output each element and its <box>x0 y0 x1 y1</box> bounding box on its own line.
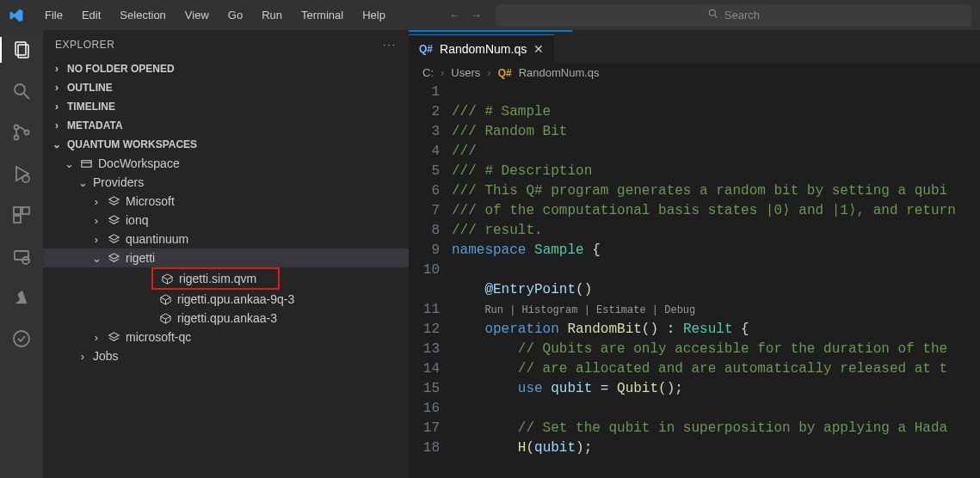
target-rigetti-ankaa-9q3[interactable]: rigetti.qpu.ankaa-9q-3 <box>43 290 409 309</box>
workspace-icon <box>79 156 93 170</box>
search-placeholder: Search <box>724 9 760 21</box>
tab-bar: Q# RandomNum.qs ✕ <box>409 30 980 63</box>
search-activity-icon[interactable] <box>10 80 33 102</box>
search-icon <box>707 8 719 22</box>
provider-microsoft-qc[interactable]: › microsoft-qc <box>43 328 409 346</box>
svg-point-16 <box>14 331 29 346</box>
target-label: rigetti.qpu.ankaa-9q-3 <box>177 292 294 306</box>
section-outline[interactable]: ›OUTLINE <box>43 78 409 97</box>
qsharp-icon: Q# <box>498 67 512 79</box>
svg-rect-11 <box>14 207 21 214</box>
providers-node[interactable]: ⌄ Providers <box>43 173 409 192</box>
sidebar: EXPLORER ··· ›NO FOLDER OPENED ›OUTLINE … <box>43 30 409 478</box>
providers-label: Providers <box>93 175 144 189</box>
chevron-right-icon: › <box>91 195 102 208</box>
breadcrumb-separator-icon: › <box>441 66 444 79</box>
section-timeline[interactable]: ›TIMELINE <box>43 97 409 116</box>
line-numbers: 1 2 3 4 5 6 7 8 9 10 11 12 13 14 15 16 1… <box>409 83 452 478</box>
chevron-right-icon: › <box>91 331 102 344</box>
svg-point-15 <box>22 257 29 264</box>
menu-go[interactable]: Go <box>221 5 250 25</box>
remote-icon[interactable] <box>10 245 33 267</box>
jobs-node[interactable]: › Jobs <box>43 346 409 365</box>
provider-label: rigetti <box>126 251 155 265</box>
svg-marker-19 <box>108 196 118 201</box>
svg-point-0 <box>709 9 715 15</box>
svg-rect-12 <box>22 207 29 214</box>
provider-label: microsoft-qc <box>126 330 191 344</box>
workspace-node[interactable]: ⌄ DocWorkspace <box>43 154 409 173</box>
chevron-down-icon: ⌄ <box>64 157 74 170</box>
chevron-right-icon: › <box>52 63 62 75</box>
search-box[interactable]: Search <box>496 4 971 27</box>
target-label: rigetti.qpu.ankaa-3 <box>177 311 277 325</box>
menu-terminal[interactable]: Terminal <box>294 5 350 25</box>
provider-microsoft[interactable]: › Microsoft <box>43 192 409 211</box>
section-no-folder[interactable]: ›NO FOLDER OPENED <box>43 59 409 78</box>
provider-rigetti[interactable]: ⌄ rigetti <box>43 248 409 267</box>
explorer-icon[interactable] <box>10 39 33 61</box>
menu-help[interactable]: Help <box>355 5 392 25</box>
nav-forward-icon[interactable]: → <box>471 9 482 21</box>
editor: Q# RandomNum.qs ✕ C: › Users › Q# Random… <box>409 30 980 478</box>
target-rigetti-sim-qvm[interactable]: rigetti.sim.qvm <box>151 267 280 290</box>
target-icon <box>158 311 172 325</box>
svg-marker-21 <box>108 234 118 239</box>
chevron-down-icon: ⌄ <box>52 138 62 150</box>
source-control-icon[interactable] <box>10 121 33 144</box>
tab-filename: RandomNum.qs <box>440 42 527 56</box>
provider-ionq[interactable]: › ionq <box>43 211 409 230</box>
svg-marker-22 <box>108 253 118 258</box>
svg-line-1 <box>715 15 718 18</box>
run-debug-icon[interactable] <box>10 162 33 185</box>
qsharp-icon: Q# <box>419 43 433 55</box>
tab-randomnum[interactable]: Q# RandomNum.qs ✕ <box>409 34 554 63</box>
target-rigetti-ankaa-3[interactable]: rigetti.qpu.ankaa-3 <box>43 309 409 328</box>
more-actions-icon[interactable]: ··· <box>383 39 397 51</box>
provider-quantinuum[interactable]: › quantinuum <box>43 230 409 248</box>
explorer-title: EXPLORER <box>55 39 114 51</box>
close-tab-icon[interactable]: ✕ <box>533 42 544 56</box>
provider-icon <box>107 194 120 208</box>
provider-icon <box>107 251 120 265</box>
provider-label: ionq <box>126 213 148 227</box>
chevron-right-icon: › <box>91 233 102 246</box>
menu-run[interactable]: Run <box>255 5 289 25</box>
code-editor[interactable]: 1 2 3 4 5 6 7 8 9 10 11 12 13 14 15 16 1… <box>409 83 980 478</box>
titlebar: File Edit Selection View Go Run Terminal… <box>0 0 980 30</box>
menu-edit[interactable]: Edit <box>75 5 108 25</box>
codelens[interactable]: Run | Histogram | Estimate | Debug <box>484 304 695 316</box>
menu-view[interactable]: View <box>178 5 216 25</box>
jobs-label: Jobs <box>93 349 119 363</box>
breadcrumb-folder: Users <box>451 66 480 79</box>
workspace-label: DocWorkspace <box>98 156 180 170</box>
svg-line-5 <box>24 94 29 99</box>
target-icon <box>158 292 172 306</box>
extensions-icon[interactable] <box>10 204 33 226</box>
activity-bar <box>0 30 43 478</box>
chevron-down-icon: ⌄ <box>91 252 102 265</box>
section-quantum-workspaces[interactable]: ⌄QUANTUM WORKSPACES <box>43 135 409 154</box>
section-metadata[interactable]: ›METADATA <box>43 116 409 135</box>
azure-icon[interactable] <box>10 286 33 309</box>
breadcrumbs[interactable]: C: › Users › Q# RandomNum.qs <box>409 63 980 83</box>
testing-icon[interactable] <box>10 328 33 350</box>
svg-marker-29 <box>108 332 118 337</box>
code-content[interactable]: /// # Sample /// Random Bit /// /// # De… <box>452 83 980 478</box>
target-label: rigetti.sim.qvm <box>179 272 256 285</box>
svg-point-7 <box>15 136 19 140</box>
menu-file[interactable]: File <box>38 5 70 25</box>
chevron-right-icon: › <box>91 214 102 227</box>
breadcrumb-file: RandomNum.qs <box>519 66 600 79</box>
nav-back-icon[interactable]: ← <box>449 9 460 21</box>
provider-icon <box>107 330 120 344</box>
svg-point-10 <box>22 175 29 182</box>
svg-rect-17 <box>81 160 90 167</box>
chevron-right-icon: › <box>52 82 62 94</box>
svg-point-6 <box>15 126 19 130</box>
menu-selection[interactable]: Selection <box>113 5 172 25</box>
svg-rect-14 <box>15 251 28 260</box>
target-icon <box>160 272 174 285</box>
chevron-down-icon: ⌄ <box>77 176 88 189</box>
chevron-right-icon: › <box>77 350 88 363</box>
